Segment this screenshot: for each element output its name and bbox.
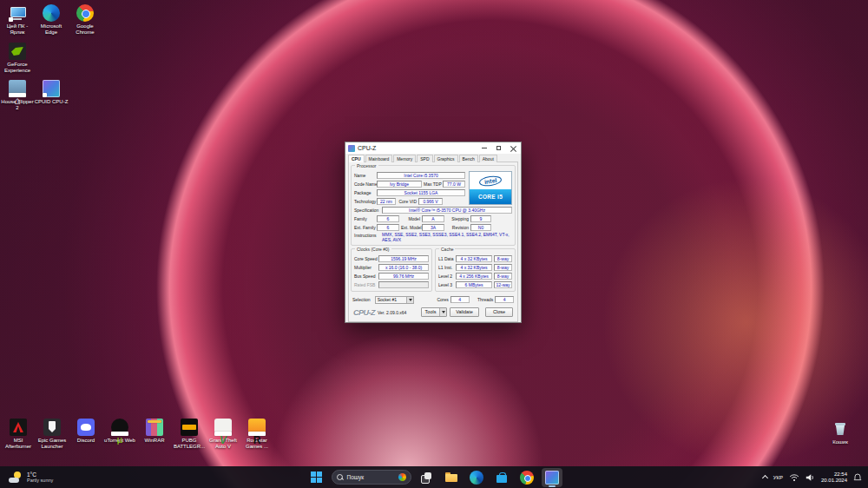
tab-spd[interactable]: SPD [417,155,432,162]
desktop-icon-geforce-experience[interactable]: GeForce Experience [0,43,35,73]
task-view-button[interactable] [416,468,437,487]
chrome-taskbar-button[interactable] [516,468,537,487]
volume-icon[interactable] [806,473,815,482]
family-label: Family [354,215,375,222]
desktop-icon-this-pc[interactable]: Цей ПК - Ярлик [0,4,35,35]
processor-group: Processor intel CORE i5 Name Intel Core … [351,165,516,246]
notifications-bell-icon[interactable] [853,473,862,482]
weather-temp: 1°C [27,472,53,478]
processor-group-label: Processor [355,163,378,168]
cpuz-icon [43,80,60,97]
tray-overflow-chevron-icon[interactable] [762,475,768,481]
gta-v-icon [214,419,232,436]
pubg-icon [181,419,198,436]
chrome-icon [76,4,94,22]
wifi-icon[interactable] [789,473,799,482]
desktop-icon-label: PUBG BATTLEGR... [172,438,207,449]
taskbar: 1°C Partly sunny Пошук УКР [0,466,868,488]
tools-button[interactable]: Tools [421,307,447,317]
tab-memory[interactable]: Memory [393,155,416,162]
cpuz-taskbar-button[interactable] [542,468,562,487]
l1-inst-size-field: 4 x 32 KBytes [456,264,492,271]
start-button[interactable] [306,468,327,487]
selection-label: Selection [352,296,373,303]
validate-button[interactable]: Validate [450,307,479,317]
tab-about[interactable]: About [479,155,497,162]
core-vid-label: Core VID [398,198,417,205]
tab-cpu[interactable]: CPU [348,155,365,162]
family-field: 6 [377,215,399,222]
desktop-icon-msi-afterburner[interactable]: MSI Afterburner [1,419,36,449]
winrar-icon [146,419,163,436]
weather-widget[interactable]: 1°C Partly sunny [3,466,58,488]
version-text: Ver. 2.09.0.x64 [378,310,406,315]
desktop-icon-gta-v[interactable]: Grand Theft Auto V [206,419,240,449]
search-highlight-icon [398,473,406,481]
desktop-icon-chrome[interactable]: Google Chrome [68,4,102,35]
desktop-icon-discord[interactable]: Discord [69,419,103,444]
clock[interactable]: 22:54 20.01.2024 [821,472,847,484]
cpuz-window: CPU-Z CPU Mainboard Memory SPD Graphics … [345,142,522,323]
bus-speed-label: Bus Speed [354,273,377,280]
minimize-button[interactable] [477,142,491,154]
tab-bench[interactable]: Bench [459,155,478,162]
tools-button-label: Tools [422,308,439,316]
desktop-icon-label: Google Chrome [68,23,102,35]
socket-selection-dropdown[interactable]: Socket #1 [375,296,414,304]
language-indicator[interactable]: УКР [773,475,783,480]
desktop-icon-winrar[interactable]: WinRAR [137,419,172,444]
tab-graphics[interactable]: Graphics [434,155,458,162]
max-tdp-label: Max TDP [424,181,441,188]
level3-assoc-field: 12-way [494,281,512,288]
desktop-icon-label: CPUID CPU-Z [34,99,69,105]
technology-label: Technology [354,198,375,205]
cpuz-titlebar[interactable]: CPU-Z [345,142,521,154]
dropdown-arrow-icon [406,297,413,303]
desktop-icon-pubg[interactable]: PUBG BATTLEGR... [172,419,207,449]
desktop-icon-edge[interactable]: Microsoft Edge [34,4,69,35]
l1-data-size-field: 4 x 32 KBytes [456,255,492,262]
desktop-icon-rockstar-games[interactable]: Rockstar Games ... [240,419,274,449]
house-flipper-icon [9,80,26,97]
cpuz-icon [545,471,559,485]
technology-field: 22 nm [377,198,396,205]
cpu-tab-page: Processor intel CORE i5 Name Intel Core … [348,162,518,322]
desktop-icon-recycle-bin[interactable]: Кошик [823,420,858,445]
stepping-label: Stepping [446,215,469,222]
instructions-value: MMX, SSE, SSE2, SSE3, SSSE3, SSE4.1, SSE… [382,232,512,242]
level3-size-field: 6 MBytes [456,281,492,288]
search-icon [337,474,344,481]
desktop-icon-cpuz[interactable]: CPUID CPU-Z [34,80,69,105]
desktop-icon-label: WinRAR [137,438,172,444]
desktop: Цей ПК - Ярлик Microsoft Edge Google Chr… [0,0,868,488]
close-button[interactable]: Close [485,307,513,317]
socket-selection-value: Socket #1 [376,297,406,303]
search-box[interactable]: Пошук [332,470,411,485]
edge-taskbar-button[interactable] [466,468,487,487]
close-window-button[interactable] [506,142,521,154]
file-explorer-button[interactable] [441,468,462,487]
cores-field: 4 [450,296,470,303]
taskbar-center: Пошук [306,468,562,487]
multiplier-field: x 16.0 (16.0 - 38.0) [378,264,429,271]
name-label: Name [354,172,375,179]
ext-family-label: Ext. Family [354,224,375,231]
recycle-bin-icon [832,420,849,438]
desktop-icon-label: Epic Games Launcher [35,438,69,449]
ext-family-field: 6 [377,224,399,231]
desktop-icon-label: Discord [69,438,103,444]
microsoft-store-icon [495,471,509,485]
max-tdp-field: 77.0 W [443,181,465,188]
maximize-button[interactable] [491,142,506,154]
tab-mainboard[interactable]: Mainboard [365,155,393,162]
level2-size-field: 4 x 256 KBytes [456,273,492,280]
l1-data-label: L1 Data [438,255,454,262]
package-label: Package [354,189,375,196]
tools-dropdown-arrow-icon[interactable] [439,308,446,316]
desktop-icon-house-flipper-2[interactable]: House Flipper 2 [0,80,35,110]
desktop-icon-epic-games[interactable]: Epic Games Launcher [35,419,69,449]
threads-label: Threads [471,296,494,303]
store-button[interactable] [491,468,512,487]
multiplier-label: Multiplier [354,264,377,271]
desktop-icon-utorrent-web[interactable]: uTorrent Web [102,419,137,444]
